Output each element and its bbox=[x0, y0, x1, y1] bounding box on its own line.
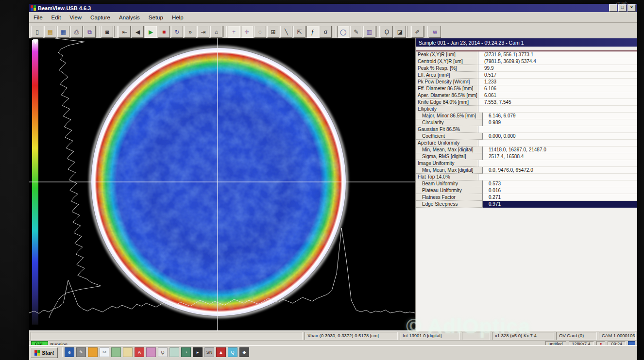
toolbar-button[interactable]: ⇤ bbox=[119, 26, 131, 38]
quick-launch-icon[interactable]: SN bbox=[204, 347, 214, 357]
camera-overlay-text: x039b bbox=[615, 1, 627, 6]
table-row[interactable]: Coefficient 0.000, 0.000 bbox=[416, 133, 637, 140]
table-row[interactable]: Aper. Diameter 86.5% [mm] 6.061 bbox=[416, 92, 637, 99]
toolbar-button[interactable]: ◀ bbox=[132, 26, 144, 38]
table-row[interactable]: Eff. Area [mm²] 0.517 bbox=[416, 72, 637, 79]
toolbar-button[interactable]: ◪ bbox=[394, 26, 406, 38]
table-row[interactable]: Circularity 0.989 bbox=[416, 119, 637, 126]
toolbar-button[interactable]: ↻ bbox=[171, 26, 183, 38]
table-row[interactable]: Aperture Uniformity bbox=[416, 140, 637, 147]
toolbar-button[interactable]: ▤ bbox=[44, 26, 56, 38]
table-row[interactable]: Edge Steepness 0.971 bbox=[416, 201, 637, 208]
toolbar-button[interactable]: » bbox=[184, 26, 196, 38]
row-label: Beam Uniformity bbox=[416, 180, 483, 187]
toolbar-button-icon: ◪ bbox=[397, 29, 403, 35]
quick-launch-icon[interactable] bbox=[123, 347, 133, 357]
table-row[interactable]: Major, Minor 86.5% [mm] 6.146, 6.079 bbox=[416, 113, 637, 119]
table-row[interactable]: Centroid (X,Y)R [um] (7981.5, 3609.9) 53… bbox=[416, 58, 637, 65]
toolbar-button-icon: ▶ bbox=[149, 29, 153, 35]
toolbar-button[interactable]: ⎙ bbox=[70, 26, 83, 38]
row-label: Aperture Uniformity bbox=[416, 140, 478, 147]
toolbar-button[interactable]: ⧉ bbox=[84, 26, 96, 38]
table-row[interactable]: Image Uniformity bbox=[416, 160, 637, 167]
table-row[interactable]: Min, Mean, Max [digital] 11418.0, 16397.… bbox=[416, 147, 637, 153]
toolbar-button[interactable]: Ϙ bbox=[381, 26, 393, 38]
table-row[interactable]: Flatness Factor 0.271 bbox=[416, 194, 637, 201]
table-row[interactable]: Flat Top 14.0% bbox=[416, 174, 637, 180]
menu-item[interactable]: File bbox=[29, 14, 47, 21]
title-bar: BeamView-USB 4.6.3 _□× bbox=[29, 4, 637, 12]
quick-launch-icon[interactable] bbox=[146, 347, 156, 357]
table-row[interactable]: Sigma, RMS [digital] 2517.4, 16588.4 bbox=[416, 153, 637, 160]
menu-item[interactable]: Help bbox=[168, 14, 188, 21]
menu-item[interactable]: Capture bbox=[86, 14, 115, 21]
menu-item[interactable]: View bbox=[65, 14, 86, 21]
toolbar-button[interactable]: ▥ bbox=[363, 26, 375, 38]
quick-launch-icon[interactable]: ▸ bbox=[193, 347, 203, 357]
quick-launch-glyph: e bbox=[68, 350, 71, 355]
quick-launch-glyph: Ϙ bbox=[161, 350, 165, 355]
quick-launch-icon[interactable] bbox=[111, 347, 121, 357]
table-row[interactable]: Peak % Resp. [%] 99.9 bbox=[416, 65, 637, 72]
quick-launch-icon[interactable]: ▲ bbox=[216, 347, 226, 357]
table-row[interactable]: Ellipticity bbox=[416, 106, 637, 113]
quick-launch-icon[interactable]: A bbox=[135, 347, 144, 357]
quick-launch-glyph: ◆ bbox=[243, 350, 246, 355]
toolbar-button-icon: ■ bbox=[162, 29, 166, 35]
toolbar-button[interactable]: ⇥ bbox=[197, 26, 209, 38]
toolbar-button[interactable]: ✛ bbox=[241, 26, 253, 38]
toolbar-button[interactable]: + bbox=[228, 26, 240, 38]
quick-launch-icon[interactable] bbox=[169, 347, 179, 357]
row-value: 99.9 bbox=[478, 65, 637, 72]
table-row[interactable]: Pk Pow Density [W/cm²] 1.233 bbox=[416, 79, 637, 85]
beam-display[interactable] bbox=[29, 38, 416, 331]
toolbar-button[interactable]: σ bbox=[320, 26, 332, 38]
row-label: Gaussian Fit 86.5% bbox=[416, 126, 478, 133]
quick-launch-glyph: Q bbox=[231, 350, 235, 355]
table-row[interactable]: Plateau Uniformity 0.016 bbox=[416, 187, 637, 194]
table-row[interactable]: Eff. Diameter 86.5% [mm] 6.106 bbox=[416, 85, 637, 92]
row-value: (3731.9, 556.1) 3773.1 bbox=[478, 51, 637, 58]
row-value: 0.573 bbox=[483, 180, 637, 187]
window-control-button[interactable]: × bbox=[627, 4, 636, 12]
toolbar-button[interactable]: ⇱ bbox=[293, 26, 305, 38]
quick-launch-glyph: ✎ bbox=[79, 350, 83, 355]
toolbar-button[interactable]: w bbox=[429, 26, 441, 38]
toolbar-button[interactable]: ◙ bbox=[101, 26, 113, 38]
toolbar-button[interactable]: ⊞ bbox=[267, 26, 279, 38]
quick-launch-icon[interactable]: e bbox=[65, 347, 74, 357]
quick-launch-icon[interactable]: Ϙ bbox=[158, 347, 168, 357]
toolbar-button-icon: ▯ bbox=[35, 29, 39, 35]
toolbar-button[interactable]: ◌ bbox=[254, 26, 266, 38]
table-row[interactable]: Gaussian Fit 86.5% bbox=[416, 126, 637, 133]
table-row[interactable]: Peak (X,Y)R [um] (3731.9, 556.1) 3773.1 bbox=[416, 51, 637, 58]
menu-item[interactable]: Analysis bbox=[115, 14, 144, 21]
toolbar-button[interactable]: ✎ bbox=[350, 26, 362, 38]
toolbar-button-icon: ⧉ bbox=[87, 29, 92, 35]
quick-launch-icon[interactable]: Q bbox=[228, 347, 237, 357]
menu-bar: FileEditViewCaptureAnalysisSetupHelp bbox=[29, 12, 637, 23]
quick-launch-icon[interactable] bbox=[88, 347, 98, 357]
quick-launch-icon[interactable]: ◔ bbox=[181, 347, 191, 357]
start-button[interactable]: Start bbox=[31, 347, 58, 358]
toolbar-button[interactable]: ■ bbox=[158, 26, 170, 38]
quick-launch-icon[interactable]: ◆ bbox=[239, 347, 249, 357]
toolbar-button[interactable]: ✐ bbox=[411, 26, 424, 38]
table-row[interactable]: Min, Mean, Max [digital] 0.0, 9476.0, 65… bbox=[416, 167, 637, 174]
status-segment: CAM 1.0000106 bbox=[599, 332, 636, 340]
quick-launch-icon[interactable]: ✉ bbox=[100, 347, 109, 357]
taskbar-separator bbox=[60, 347, 63, 357]
toolbar-button[interactable]: ◯ bbox=[337, 26, 349, 38]
table-row[interactable]: Knife Edge 84.0% [mm] 7.553, 7.545 bbox=[416, 99, 637, 106]
quick-launch-icon[interactable]: ✎ bbox=[76, 347, 86, 357]
menu-item[interactable]: Edit bbox=[47, 14, 66, 21]
toolbar-button[interactable]: ╲ bbox=[280, 26, 292, 38]
toolbar-button[interactable]: ▶ bbox=[145, 26, 157, 38]
toolbar-button[interactable]: ▦ bbox=[57, 26, 69, 38]
toolbar-button[interactable]: ⌂ bbox=[210, 26, 222, 38]
toolbar-button[interactable]: ƒ bbox=[306, 26, 319, 38]
menu-item[interactable]: Setup bbox=[144, 14, 168, 21]
row-value bbox=[478, 140, 637, 147]
table-row[interactable]: Beam Uniformity 0.573 bbox=[416, 180, 637, 187]
toolbar-button[interactable]: ▯ bbox=[31, 26, 43, 38]
